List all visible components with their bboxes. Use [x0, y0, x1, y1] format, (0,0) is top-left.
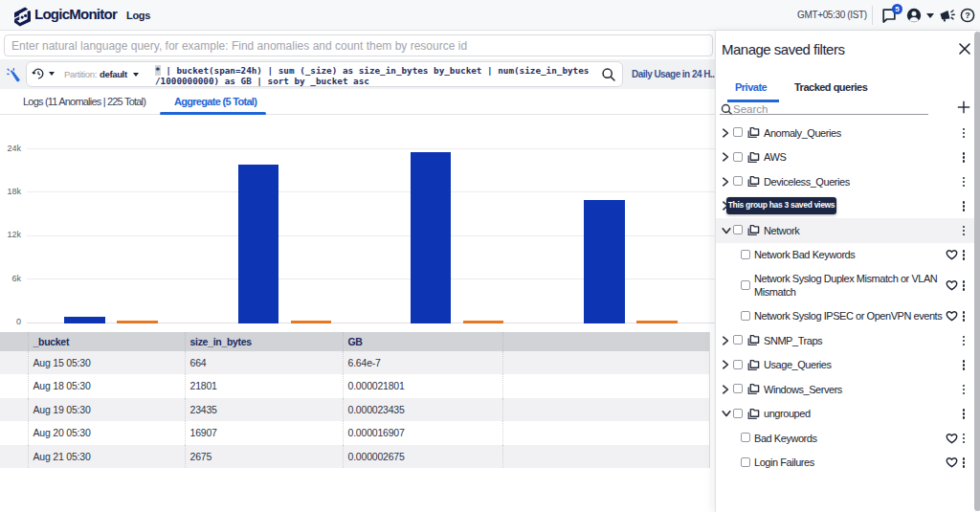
filter-group-aws[interactable]: AWS: [716, 145, 974, 170]
help-icon[interactable]: ?: [960, 8, 975, 23]
query-history-button[interactable]: [32, 67, 55, 80]
top-bar: LogicMonitor Logs GMT+05:30 (IST) 5 ?: [0, 0, 980, 31]
add-filter-plus-icon[interactable]: [957, 100, 970, 114]
kebab-menu-icon[interactable]: [959, 224, 969, 236]
kebab-menu-icon[interactable]: [959, 151, 969, 164]
bar-size_in_bytes-Aug 19 05:30[interactable]: [411, 152, 452, 323]
kebab-menu-icon[interactable]: [959, 200, 969, 212]
filter-group-snmp-traps[interactable]: SNMP_Traps: [716, 328, 974, 353]
kebab-menu-icon[interactable]: [959, 408, 969, 420]
kebab-menu-icon[interactable]: [959, 334, 969, 346]
panel-search-input[interactable]: [733, 100, 920, 118]
avatar-icon[interactable]: [906, 8, 922, 23]
folder-group-icon: [746, 359, 760, 371]
kebab-menu-icon[interactable]: [959, 359, 969, 371]
filter-checkbox[interactable]: [741, 457, 750, 467]
cell-spacer: [503, 374, 710, 397]
filter-checkbox[interactable]: [741, 311, 750, 321]
filter-checkbox[interactable]: [741, 280, 750, 290]
favorite-heart-icon[interactable]: [946, 433, 958, 444]
group-checkbox[interactable]: [733, 335, 743, 345]
saved-filter-network-syslog-duplex-mismatch-or-vlan-mismatch[interactable]: Network Syslog Duplex Mismatch or VLAN M…: [716, 267, 974, 304]
kebab-menu-icon[interactable]: [959, 310, 969, 323]
bar-GB-Aug 19 05:30[interactable]: [463, 321, 504, 323]
partition-selector[interactable]: Partition: default: [64, 69, 139, 79]
filter-checkbox[interactable]: [741, 433, 750, 442]
cell-spacer: [503, 421, 710, 444]
account-caret-down-icon[interactable]: [926, 13, 934, 18]
run-query-search-icon[interactable]: [601, 67, 616, 82]
group-checkbox[interactable]: [733, 152, 743, 162]
group-checkbox[interactable]: [733, 409, 743, 418]
tab-tracked-queries[interactable]: Tracked queries: [794, 81, 867, 93]
group-checkbox[interactable]: [733, 176, 743, 186]
group-label: Deviceless_Queries: [764, 175, 850, 189]
manage-saved-filters-panel: Manage saved filters Private Tracked que…: [715, 31, 980, 512]
query-editor[interactable]: * | bucket(span=24h) | sum (_size) as si…: [155, 65, 605, 87]
group-checkbox[interactable]: [733, 360, 743, 369]
group-checkbox[interactable]: [733, 225, 743, 234]
notification-badge: 5: [892, 4, 902, 14]
kebab-menu-icon[interactable]: [959, 279, 969, 292]
cell-spacer: [503, 445, 710, 468]
page-title: Logs: [126, 10, 150, 21]
table-body: Aug 15 05:306646.64e-7Aug 18 05:30218010…: [0, 351, 710, 468]
group-checkbox[interactable]: [733, 384, 743, 393]
bar-size_in_bytes-Aug 18 05:30[interactable]: [238, 165, 279, 324]
kebab-menu-icon[interactable]: [959, 126, 969, 139]
chevron-down-icon[interactable]: [722, 410, 731, 417]
saved-filter-network-syslog-ipsec-or-openvpn-events[interactable]: Network Syslog IPSEC or OpenVPN events: [716, 304, 974, 329]
filter-group-usage-queries[interactable]: Usage_Queries: [716, 353, 974, 378]
tab-logs[interactable]: Logs (11 Anomalies | 225 Total): [23, 96, 145, 107]
chevron-right-icon[interactable]: [722, 177, 729, 187]
y-axis-label: 0: [0, 317, 21, 326]
bar-GB-Aug 18 05:30[interactable]: [291, 321, 332, 323]
filter-group-ungrouped[interactable]: ungrouped: [716, 402, 974, 427]
filter-checkbox[interactable]: [741, 250, 750, 259]
group-label: ungrouped: [764, 407, 811, 421]
saved-filter-network-bad-keywords[interactable]: Network Bad Keywords: [716, 243, 974, 268]
kebab-menu-icon[interactable]: [959, 249, 969, 261]
favorite-heart-icon[interactable]: [946, 279, 958, 291]
favorite-heart-icon[interactable]: [946, 249, 958, 260]
tab-aggregate[interactable]: Aggregate (5 Total): [174, 96, 256, 107]
kebab-menu-icon[interactable]: [959, 383, 969, 395]
panel-scrollbar[interactable]: [974, 32, 980, 511]
filter-group-windows-servers[interactable]: Windows_Servers: [716, 377, 974, 402]
chevron-right-icon[interactable]: [722, 360, 729, 369]
megaphone-icon[interactable]: [939, 8, 955, 23]
partition-caret-down-icon: [133, 73, 139, 77]
chevron-right-icon[interactable]: [722, 152, 729, 162]
natural-language-input[interactable]: [4, 34, 713, 56]
filter-group-network[interactable]: Network: [716, 218, 974, 243]
table-row: Aug 21 05:3026750.000002675: [0, 445, 710, 468]
logicmonitor-logo-icon[interactable]: [13, 7, 32, 27]
chevron-right-icon[interactable]: [722, 385, 729, 394]
cell-_bucket: Aug 19 05:30: [29, 398, 186, 421]
kebab-menu-icon[interactable]: [959, 175, 969, 188]
filter-group-anomaly-queries[interactable]: Anomaly_Queries: [716, 121, 974, 145]
favorite-heart-icon[interactable]: [946, 310, 958, 322]
favorite-heart-icon[interactable]: [946, 456, 958, 468]
filter-label: Network Syslog Duplex Mismatch or VLAN M…: [754, 272, 957, 300]
saved-filter-bad-keywords[interactable]: Bad Keywords: [716, 426, 974, 451]
tab-private[interactable]: Private: [735, 81, 767, 93]
filter-group-deviceless-queries[interactable]: Deviceless_Queries: [716, 169, 974, 194]
saved-filter-login-failures[interactable]: Login Failures: [716, 451, 974, 476]
brand-wordmark[interactable]: LogicMonitor: [34, 6, 117, 22]
close-icon[interactable]: [957, 41, 972, 56]
group-checkbox[interactable]: [733, 127, 743, 137]
ai-wand-icon[interactable]: [7, 68, 21, 82]
bar-size_in_bytes-Aug 20 05:30[interactable]: [584, 200, 625, 324]
bar-size_in_bytes-Aug 15 05:30[interactable]: [64, 317, 105, 323]
chevron-right-icon[interactable]: [722, 336, 729, 345]
history-caret-down-icon: [49, 72, 55, 76]
bar-GB-Aug 20 05:30[interactable]: [636, 321, 678, 323]
column-header-spacer: [0, 332, 29, 351]
kebab-menu-icon[interactable]: [959, 432, 969, 444]
chevron-right-icon[interactable]: [722, 128, 729, 138]
chevron-down-icon[interactable]: [722, 227, 731, 234]
saved-query-name[interactable]: Daily Usage in 24 H...: [632, 69, 716, 79]
bar-GB-Aug 15 05:30[interactable]: [117, 321, 158, 323]
kebab-menu-icon[interactable]: [959, 456, 969, 469]
